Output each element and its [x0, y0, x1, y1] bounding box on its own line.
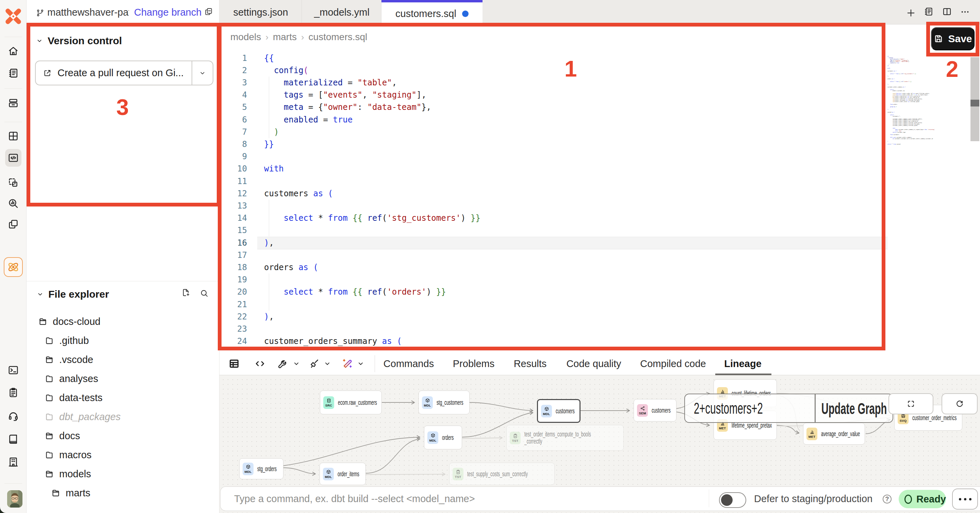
node-label: ecom.raw_customers [338, 399, 377, 406]
lineage-node-test_supply_costs[interactable]: TSTtest_supply_costs_sum_correctly [449, 463, 555, 485]
file-explorer-header[interactable]: File explorer [37, 289, 109, 300]
unsaved-changes-dot [462, 11, 469, 17]
node-label: stg_customers [437, 399, 463, 406]
file-tree-item-dbt_packages[interactable]: dbt_packages [45, 407, 121, 426]
update-graph-button[interactable]: Update Graph [816, 394, 893, 422]
clipboard-icon[interactable] [8, 387, 19, 399]
lineage-node-stg_orders[interactable]: MDLstg_orders [239, 458, 283, 479]
user-avatar[interactable] [7, 490, 22, 508]
wrench-icon[interactable] [277, 358, 288, 369]
code-line: select * from {{ ref('stg_customers') }} [264, 212, 480, 224]
scrollbar-thumb[interactable] [970, 57, 979, 141]
file-tree-item-github[interactable]: .github [45, 331, 89, 350]
file-tree-item-docs[interactable]: docs [45, 426, 80, 445]
code-editor-icon[interactable] [8, 152, 19, 164]
tab-label: settings.json [233, 7, 288, 18]
chevron-down-icon[interactable] [357, 360, 364, 367]
chevron-down-icon[interactable] [324, 360, 331, 367]
folder-icon [45, 374, 55, 383]
lineage-node-average_order_value[interactable]: METaverage_order_value [803, 423, 865, 445]
branch-name[interactable]: matthewshaver-patc [47, 7, 129, 18]
new-file-icon[interactable] [181, 288, 190, 297]
broom-icon[interactable] [308, 358, 320, 369]
indent-guide [269, 273, 269, 311]
help-icon[interactable]: ? [883, 495, 891, 503]
version-control-header[interactable]: Version control [36, 35, 122, 47]
defer-label: Defer to staging/production [754, 493, 872, 505]
panel-tab-results[interactable]: Results [514, 353, 547, 375]
building-icon[interactable] [8, 456, 19, 468]
breadcrumb-item[interactable]: marts [273, 32, 297, 43]
breadcrumb-item[interactable]: customers.sql [309, 32, 368, 43]
panel-tab-problems[interactable]: Problems [453, 353, 495, 375]
search-files-icon[interactable] [200, 289, 208, 298]
panel-tab-commands[interactable]: Commands [383, 353, 434, 375]
command-input[interactable]: Type a command, ex. dbt build --select <… [234, 493, 475, 505]
change-branch-link[interactable]: Change branch [134, 7, 202, 18]
grid-icon[interactable] [8, 130, 19, 142]
headset-icon[interactable] [8, 410, 19, 422]
code-editor[interactable]: 123456789101112131415161718192021222324 … [220, 51, 980, 353]
archive-icon[interactable] [8, 97, 19, 109]
lineage-node-orders[interactable]: MDLorders [424, 426, 462, 449]
badge-label: SRC [325, 403, 332, 407]
file-tree-item-models[interactable]: models [45, 464, 91, 483]
overlap-squares-icon[interactable] [8, 218, 19, 230]
lineage-node-test_order_items[interactable]: TSTtest_order_items_compute_to_bools _co… [506, 425, 624, 451]
toolbar-divider [375, 355, 375, 372]
notebook-icon[interactable] [8, 67, 19, 79]
terminal-icon[interactable] [8, 364, 19, 376]
file-tree-item-data-tests[interactable]: data-tests [45, 388, 102, 407]
tab-label: _models.yml [314, 7, 369, 18]
editor-tabbar: settings.json_models.ymlcustomers.sql [220, 0, 980, 24]
panel-tab-code-quality[interactable]: Code quality [566, 353, 621, 375]
lineage-selector-input[interactable]: 2+customers+2 [685, 394, 815, 422]
tab-settings-json[interactable]: settings.json [220, 0, 302, 24]
dots-horizontal-icon[interactable] [960, 7, 970, 17]
refresh-graph-button[interactable] [942, 393, 978, 415]
defer-toggle[interactable] [719, 492, 746, 508]
line-number: 14 [237, 212, 247, 224]
line-number: 24 [237, 335, 247, 347]
chevron-down-icon[interactable] [293, 360, 300, 367]
breadcrumb-item[interactable]: models [231, 32, 261, 43]
badge-label: MET [719, 426, 726, 430]
lineage-node-stg_customers[interactable]: MDLstg_customers [418, 391, 469, 415]
create-pr-button[interactable]: Create a pull request on Gi... [36, 61, 192, 85]
editor-minimap[interactable]: {{ config( materialized = "table", tags … [888, 56, 971, 158]
atom-icon[interactable] [6, 260, 20, 274]
search-chart-icon[interactable] [8, 198, 19, 209]
file-tree-item-analyses[interactable]: analyses [45, 369, 98, 388]
save-button[interactable]: Save [931, 27, 975, 50]
line-number: 4 [242, 89, 247, 101]
book-icon[interactable] [8, 434, 19, 445]
wand-sparkle-icon[interactable] [342, 358, 353, 369]
dashed-square-icon[interactable] [8, 177, 19, 189]
tab-_models-yml[interactable]: _models.yml [302, 0, 382, 24]
split-view-icon[interactable] [942, 6, 952, 17]
home-icon[interactable] [8, 45, 19, 57]
lineage-node-order_items[interactable]: MDLorder_items [320, 463, 366, 485]
file-tree-label: dbt_packages [59, 411, 121, 422]
tab-customers-sql[interactable]: customers.sql [382, 0, 482, 25]
lineage-node-ecom_raw_customers[interactable]: SRCecom.raw_customers [320, 391, 382, 415]
file-tree-label: .github [59, 335, 89, 346]
more-options-button[interactable] [952, 489, 978, 510]
notebook-icon[interactable] [924, 6, 934, 17]
file-tree-item-vscode[interactable]: .vscode [45, 350, 93, 369]
lineage-node-customers_semantic[interactable]: SEMcustomers [633, 399, 676, 421]
fullscreen-button[interactable] [888, 393, 933, 415]
panel-tab-compiled-code[interactable]: Compiled code [640, 353, 706, 375]
plus-icon[interactable] [906, 8, 916, 18]
table-icon[interactable] [228, 358, 240, 369]
dbt-logo-icon[interactable] [5, 8, 22, 25]
code-tag-icon[interactable] [254, 358, 266, 369]
panel-tab-lineage[interactable]: Lineage [724, 353, 762, 375]
lineage-node-customers_model[interactable]: MDLcustomers [537, 399, 581, 423]
file-tree-item-docs-cloud[interactable]: docs-cloud [38, 312, 100, 331]
line-number: 21 [237, 299, 247, 311]
file-tree-item-marts[interactable]: marts [51, 483, 91, 502]
copy-branch-icon[interactable] [204, 7, 213, 16]
file-tree-item-macros[interactable]: macros [45, 445, 92, 464]
pr-options-caret[interactable] [192, 70, 213, 76]
